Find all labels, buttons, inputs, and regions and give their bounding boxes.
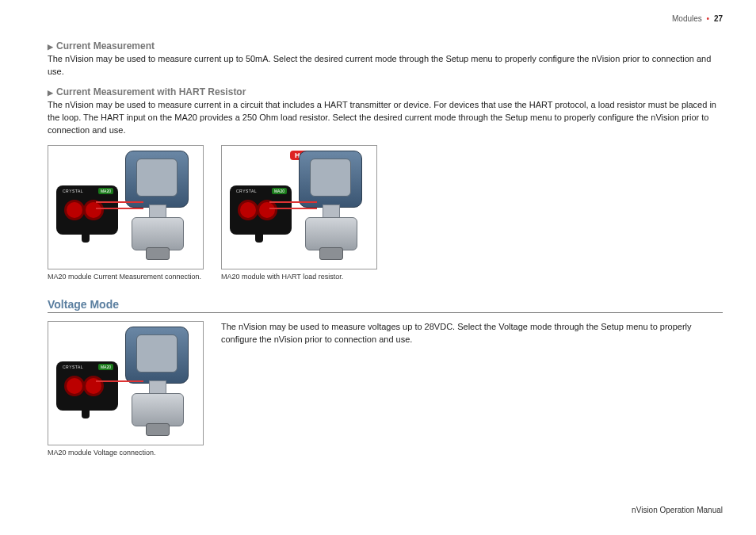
voltage-body: The nVision may be used to measure volta… [221, 321, 723, 346]
hart-body: The nVision may be used to measure curre… [48, 99, 723, 137]
transmitter-device [117, 151, 197, 262]
subheading-hart: ▶Current Measurement with HART Resistor [48, 86, 723, 97]
triangle-icon: ▶ [48, 89, 53, 97]
page-header: Modules • 27 [48, 14, 723, 23]
figure-current-measurement: CRYSTAL MA20 [48, 145, 204, 269]
header-page-number: 27 [714, 14, 723, 23]
figure-row-1: CRYSTAL MA20 MA20 module Current Measure… [48, 145, 723, 281]
footer-manual-title: nVision Operation Manual [632, 506, 723, 514]
section-voltage-title: Voltage Mode [48, 298, 723, 311]
triangle-icon: ▶ [48, 43, 53, 51]
transmitter-device [117, 327, 197, 438]
header-sep: • [707, 14, 710, 23]
figure-hart-resistor: HART CRYSTAL MA20 [221, 145, 377, 269]
header-section: Modules [672, 14, 702, 23]
figure-voltage: CRYSTAL MA20 [48, 321, 204, 445]
section-rule [48, 312, 723, 313]
current-body: The nVision may be used to measure curre… [48, 53, 723, 78]
ma20-module: CRYSTAL MA20 [56, 185, 118, 235]
voltage-row: CRYSTAL MA20 MA20 module Voltage connect… [48, 321, 723, 457]
subheading-current: ▶Current Measurement [48, 40, 723, 52]
figure-caption: MA20 module Current Measurement connecti… [48, 273, 204, 281]
ma20-module: CRYSTAL MA20 [56, 361, 118, 411]
figure-caption: MA20 module Voltage connection. [48, 449, 204, 457]
ma20-module: CRYSTAL MA20 [230, 185, 292, 235]
transmitter-device [291, 151, 370, 262]
figure-caption: MA20 module with HART load resistor. [221, 273, 377, 281]
